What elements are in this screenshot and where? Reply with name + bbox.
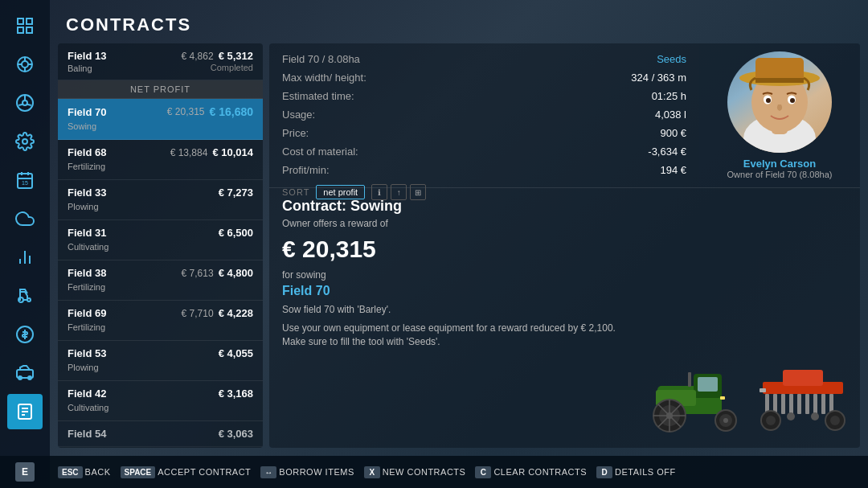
field13-type: Baling [68,64,92,73]
sidebar-icon-tractor[interactable] [7,278,43,314]
svg-rect-65 [781,394,785,414]
field42-type: Cultivating [68,403,108,412]
equipment-area [649,198,847,438]
field31-price-new: € 6,500 [219,227,253,239]
seeder-svg [759,366,847,434]
details-off-label: DETAILS OFF [615,467,676,477]
e-badge[interactable]: E [15,462,35,482]
contract-item-field13[interactable]: Field 13 € 4,862 € 5,312 Baling Complete… [58,43,263,80]
svg-point-75 [830,416,840,425]
sidebar-icon-settings[interactable] [7,124,43,159]
field53-type: Plowing [68,363,99,372]
field-info-label: Field 70 / 8.08ha [282,53,360,65]
field38-price-old: € 7,613 [182,268,214,279]
price-value: 900 € [660,127,686,139]
profit-value: 194 € [660,164,686,176]
field68-type: Fertilizing [68,162,105,171]
field69-type: Fertilizing [68,322,105,332]
space-badge[interactable]: SPACE [121,466,156,478]
svg-point-42 [766,98,771,103]
esc-group: ESC BACK [58,466,111,478]
est-time-value: 01:25 h [652,90,686,102]
svg-rect-54 [688,372,691,387]
field33-price-new: € 7,273 [219,187,253,199]
field38-price-new: € 4,800 [219,267,253,279]
esc-badge[interactable]: ESC [58,466,83,478]
svg-point-78 [811,412,819,420]
x-badge[interactable]: X [364,466,380,478]
sidebar-icon-weather[interactable] [7,201,43,236]
stat-est-time: Estimated time: 01:25 h [282,90,686,102]
net-profit-header: NET PROFIT [58,80,263,99]
svg-rect-76 [760,388,766,392]
contract-field-name: Field 70 [282,284,637,298]
sidebar-icon-map[interactable] [7,8,43,43]
svg-point-5 [22,61,28,68]
svg-point-73 [766,416,776,425]
contract-item-field70[interactable]: Field 70 € 20,315 € 16,680 Sowing [58,99,263,140]
field69-price-old: € 7,710 [182,308,214,319]
field38-type: Fertilizing [68,282,105,292]
npc-portrait-circle [727,51,832,153]
field13-name: Field 13 [68,50,106,62]
max-width-value: 324 / 363 m [631,72,686,84]
field13-status: Completed [211,63,253,72]
contract-item-field54[interactable]: Field 54 € 3,063 [58,421,263,447]
contract-item-field53[interactable]: Field 53 € 4,055 Plowing [58,341,263,381]
contract-item-field33[interactable]: Field 33 € 7,273 Plowing [58,180,263,220]
x-group: X NEW CONTRACTS [364,466,466,478]
field42-price-new: € 3,168 [219,388,253,400]
svg-rect-3 [27,27,32,33]
field13-price-old: € 4,862 [182,51,214,62]
price-label: Price: [282,127,309,139]
contract-owner-offer: Owner offers a reward of [282,218,637,229]
est-time-label: Estimated time: [282,90,354,102]
d-badge[interactable]: D [596,466,612,478]
field38-name: Field 38 [68,267,106,279]
field68-price-new: € 10,014 [212,146,253,158]
field69-price-new: € 4,228 [219,307,253,319]
npc-face-svg [727,51,832,153]
detail-stats: Field 70 / 8.08ha Seeds Max width/ heigh… [269,43,699,187]
arrows-group: ↔ BORROW ITEMS [260,466,354,478]
borrow-label: BORROW ITEMS [279,467,354,477]
svg-rect-2 [18,27,23,33]
sidebar-icon-steering[interactable] [7,85,43,121]
tractor-svg [649,366,754,434]
npc-name: Evelyn Carson [743,158,816,170]
arrows-badge[interactable]: ↔ [260,466,276,478]
stat-profit: Profit/min: 194 € [282,164,686,176]
svg-rect-0 [18,18,23,24]
svg-rect-68 [805,394,809,414]
usage-label: Usage: [282,109,315,121]
clear-contracts-label: CLEAR CONTRACTS [493,467,587,477]
field53-name: Field 53 [68,347,106,359]
stat-usage: Usage: 4,038 l [282,109,686,121]
c-badge[interactable]: C [475,466,491,478]
for-label: for sowing [282,269,637,281]
sidebar-icon-money[interactable] [7,317,43,352]
contract-item-field68[interactable]: Field 68 € 13,884 € 10,014 Fertilizing [58,140,263,180]
tractor-image [649,366,746,430]
sidebar-icon-calendar[interactable]: 15 [7,162,43,198]
page-title: CONTRACTS [50,0,868,43]
svg-text:15: 15 [22,180,28,186]
sidebar-icon-vehicle[interactable] [7,355,43,391]
npc-portrait: Evelyn Carson Owner of Field 70 (8.08ha) [699,43,860,187]
svg-point-53 [723,418,728,423]
contract-item-field69[interactable]: Field 69 € 7,710 € 4,228 Fertilizing [58,301,263,341]
contract-item-field42[interactable]: Field 42 € 3,168 Cultivating [58,381,263,421]
sidebar-icon-chart[interactable] [7,240,43,275]
contract-item-field38[interactable]: Field 38 € 7,613 € 4,800 Fertilizing [58,260,263,301]
npc-subtitle: Owner of Field 70 (8.08ha) [727,170,833,179]
main-content: CONTRACTS Field 13 € 4,862 € 5,312 Balin… [50,0,868,456]
sidebar-icon-network[interactable] [7,47,43,82]
contract-item-field31[interactable]: Field 31 € 6,500 Cultivating [58,220,263,260]
svg-point-77 [787,412,795,420]
reward-amount: € 20,315 [282,236,637,263]
space-group: SPACE ACCEPT CONTRACT [121,466,252,478]
field33-name: Field 33 [68,187,106,199]
stat-cost: Cost of material: -3,634 € [282,146,686,158]
sidebar-icon-contracts[interactable] [7,394,43,429]
field33-type: Plowing [68,202,99,211]
